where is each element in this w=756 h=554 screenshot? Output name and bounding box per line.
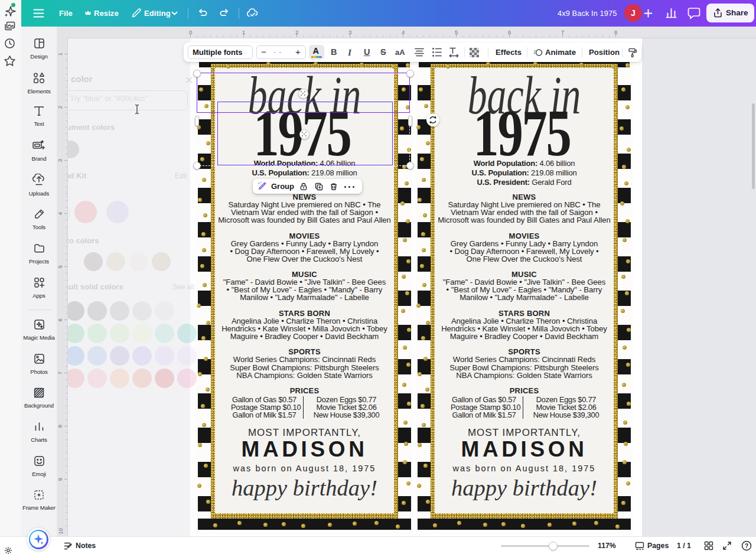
svg-text:?: ? <box>745 543 748 549</box>
